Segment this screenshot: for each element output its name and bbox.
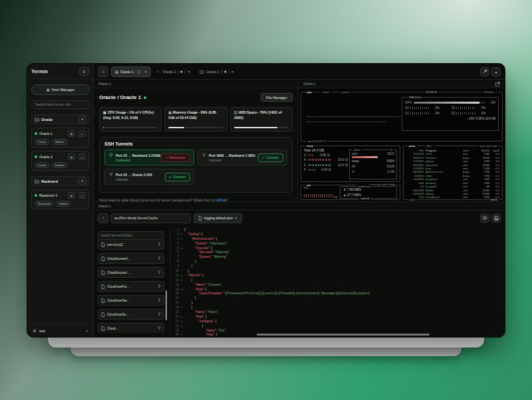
host-card-racknerd-1[interactable]: Racknerd 1 ▤ >_ Racknerd Debian xyxy=(31,189,89,209)
net-graph xyxy=(304,194,333,197)
proc-row[interactable]: 552326 periphery root 24M 0.0 xyxy=(404,177,502,181)
host-terminal-button[interactable]: >_ xyxy=(78,130,86,137)
pin-icon[interactable] xyxy=(158,256,161,260)
sidebar-folder-racknerd[interactable]: Racknerd ▾ xyxy=(31,176,89,186)
tab-oracle1-terminal[interactable]: >_ Oracle 1 × xyxy=(154,66,194,77)
speaker-icon xyxy=(223,70,227,74)
btop-clock: 23:44:14 xyxy=(424,90,438,94)
close-icon[interactable]: × xyxy=(231,70,234,74)
user-menu[interactable]: test ▴ xyxy=(27,324,93,337)
proc-row[interactable]: 1064956 qbittorrent-no> bugs+ 57M 0.0 xyxy=(404,170,502,173)
pin-icon[interactable] xyxy=(158,243,161,247)
up-directory-button[interactable]: ↑ xyxy=(98,213,108,223)
host-server-view-button[interactable]: ▤ xyxy=(68,130,75,137)
folder-collapse-button[interactable]: ▾ xyxy=(78,177,86,185)
pin-icon[interactable] xyxy=(158,312,161,316)
host-search-input[interactable] xyxy=(31,100,90,109)
tab-bar: ⌂ ▤ Oracle 1 ◫ × >_ Oracle 1 × xyxy=(94,64,505,80)
close-icon[interactable]: × xyxy=(145,70,148,74)
home-icon: ⌂ xyxy=(102,69,104,74)
terminal-pane: Oracle 1 cpu menu preset 23:44:14 xyxy=(299,80,505,201)
bell-icon[interactable] xyxy=(221,69,229,74)
tools-button[interactable] xyxy=(480,67,489,76)
proc-row[interactable]: 604 dockerd root 18M 0.0 xyxy=(404,181,502,185)
close-icon[interactable]: × xyxy=(235,216,237,220)
download-label: download xyxy=(356,185,372,188)
proc-row[interactable]: 50 kswapd0 root 0B 0.0 xyxy=(404,185,502,188)
proc-row[interactable]: 914 cloudflared root 36M 0.0 xyxy=(404,195,502,199)
sidebar-menu-button[interactable]: ≡ xyxy=(79,67,89,76)
proc-row[interactable]: 1064018 Sonarr root 232M 0.0 xyxy=(404,192,502,195)
path-input[interactable] xyxy=(111,213,191,223)
host-server-view-button[interactable]: ▤ xyxy=(68,192,75,199)
host-card-oracle-1[interactable]: Oracle 1 ▤ >_ Oracle Ubuntu xyxy=(31,128,89,148)
hamburger-icon: ≡ xyxy=(83,70,86,74)
host-manager-icon: ▦ xyxy=(47,88,50,92)
host-server-view-button[interactable]: ▤ xyxy=(68,153,75,160)
cpu-graph-line xyxy=(307,122,386,122)
net-scale-label: 57K xyxy=(304,187,309,189)
host-terminal-button[interactable]: >_ xyxy=(78,153,86,160)
proc-row[interactable]: 2111567 python root 26M 0.0 xyxy=(404,159,502,163)
file-item[interactable]: CloudAccount... xyxy=(98,267,164,278)
connect-button[interactable]: ▷ Connect xyxy=(258,153,283,162)
proc-row[interactable]: 204920 Lidarr bugs+ 70M 0.1 xyxy=(404,174,502,177)
file-item[interactable]: Cloud... xyxy=(98,323,164,333)
json-editor[interactable]: 1 {2▾ "Serilog": {3▾ "MinimumLevel": {4 … xyxy=(170,227,505,337)
file-icon xyxy=(101,298,105,303)
tab-oracle1-server[interactable]: ▤ Oracle 1 ◫ × xyxy=(111,66,151,77)
file-list-panel: cert-v2.p12 Clou xyxy=(98,227,164,333)
host-terminal-button[interactable]: >_ xyxy=(78,192,86,199)
proc-table[interactable]: 2111744 sshd root 10M 0.0 1061517 Prowla… xyxy=(404,152,502,199)
user-icon xyxy=(33,329,37,333)
home-button[interactable]: ⌂ xyxy=(98,66,108,77)
file-manager-pane: Oracle 1 ↑ logging.default.json × xyxy=(94,201,505,337)
preview-button[interactable] xyxy=(480,214,489,223)
bell-icon[interactable] xyxy=(178,69,186,74)
mem-meter xyxy=(309,164,332,166)
collapse-button[interactable]: ▴ xyxy=(491,67,501,76)
pane-header: Oracle 1 xyxy=(299,80,505,88)
popout-button[interactable] xyxy=(495,82,500,86)
tab-oracle1-files[interactable]: Oracle 1 × xyxy=(196,66,237,77)
host-manager-button[interactable]: ▦ Host Manager xyxy=(31,84,90,95)
editor-tab-logging-json[interactable]: logging.default.json × xyxy=(194,213,242,223)
file-list-scrollbar[interactable] xyxy=(166,290,167,320)
pin-icon[interactable] xyxy=(158,270,161,274)
proc-row[interactable]: 2111876 btop root 7.6M 0.1 xyxy=(404,167,502,170)
pin-icon[interactable] xyxy=(158,326,161,330)
tunnel-item: Port 3000 → Racknerd 1:3001 Unknown ▷ Co… xyxy=(198,150,287,165)
file-manager-button[interactable]: File Manager xyxy=(261,93,293,102)
pin-icon[interactable] xyxy=(158,284,161,288)
proc-row[interactable]: 2111744 sshd root 10M 0.0 xyxy=(404,152,502,155)
pane-title: Oracle 1 xyxy=(303,82,316,86)
connect-button[interactable]: ▷ Connect xyxy=(165,173,190,181)
tab-label: Oracle 1 xyxy=(162,70,176,74)
core-meter xyxy=(410,112,430,114)
online-status-dot xyxy=(144,96,146,99)
proc-row[interactable]: 2294030 tailscaled root 189M 0.2 xyxy=(404,163,502,166)
host-tag: Oracle xyxy=(35,139,50,145)
proc-row[interactable]: 1061517 Prowlarr bugs+ 180M 0.0 xyxy=(404,155,502,159)
tunnel-route: Port 3000 → Racknerd 1:3001 xyxy=(201,153,255,157)
btop-disks-box: disks io root151G swap995M efi511M U6.1M xyxy=(349,150,397,179)
split-view-icon[interactable]: ◫ xyxy=(136,69,143,74)
folder-collapse-button[interactable]: ▾ xyxy=(78,116,86,123)
proc-row[interactable]: 1061539 Radarr root 190M 0.0 xyxy=(404,188,502,191)
btop-preset-label: preset xyxy=(340,90,350,94)
progress-fill xyxy=(234,127,277,129)
save-button[interactable] xyxy=(491,214,501,223)
file-item[interactable]: cert-v2.p12 xyxy=(98,239,164,250)
host-manager-label: Host Manager xyxy=(52,88,75,92)
file-item[interactable]: CloudUserSer... xyxy=(98,295,164,306)
close-icon[interactable]: × xyxy=(188,70,190,74)
pin-icon[interactable] xyxy=(158,298,161,302)
host-card-oracle-2[interactable]: Oracle 2 ▤ >_ Oracle Debian xyxy=(31,151,89,171)
btop-terminal[interactable]: cpu menu preset 23:44:14 2000ms + PRU%3 … xyxy=(299,88,505,201)
file-item[interactable]: CloudUserFul... xyxy=(98,281,164,292)
sidebar-folder-oracle[interactable]: Oracle ▾ xyxy=(31,114,89,124)
file-item[interactable]: CloudUserSu... xyxy=(98,309,164,320)
disconnect-button[interactable]: □ Disconnect xyxy=(161,153,190,162)
file-item[interactable]: CloudAccessV... xyxy=(98,253,164,264)
editor-horizontal-scrollbar[interactable] xyxy=(257,334,430,336)
